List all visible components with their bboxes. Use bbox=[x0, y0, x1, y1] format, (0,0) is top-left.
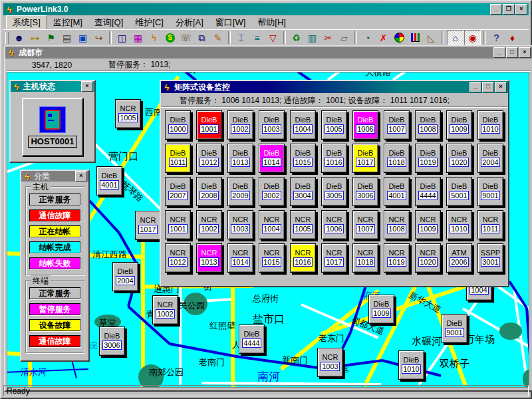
help-icon[interactable]: ? bbox=[489, 31, 504, 45]
funnel-icon[interactable]: ▽ bbox=[265, 31, 281, 45]
device-button-DieB-1003[interactable]: DieB1003 bbox=[259, 110, 285, 140]
cabinet-icon[interactable]: ▥ bbox=[305, 31, 320, 45]
building-icon[interactable]: ⌂ bbox=[447, 30, 464, 45]
device-button-DieB-1007[interactable]: DieB1007 bbox=[384, 110, 410, 140]
device-button-DieB-1009[interactable]: DieB1009 bbox=[368, 295, 394, 324]
ruler-icon[interactable]: ◺ bbox=[424, 31, 439, 45]
menu-query[interactable]: 查询[Q] bbox=[88, 16, 129, 29]
brush-icon[interactable]: ✎ bbox=[210, 31, 225, 45]
device-button-DieB-3006[interactable]: DieB3006 bbox=[99, 327, 125, 356]
device-button-DieB-1005[interactable]: DieB1005 bbox=[321, 110, 347, 140]
device-button-NCR-1009[interactable]: NCR1009 bbox=[415, 210, 441, 239]
device-button-DieB-1006[interactable]: DieB1006 bbox=[352, 110, 378, 140]
device-button-DieB-1001[interactable]: DieB1001 bbox=[196, 110, 222, 140]
device-button-DieB-1018[interactable]: DieB1018 bbox=[384, 144, 410, 173]
legend-panel-title-bar[interactable]: ϟ 分类 × bbox=[21, 171, 88, 182]
map-minimize-button[interactable]: _ bbox=[493, 47, 505, 58]
device-button-NCR-1011[interactable]: NCR1011 bbox=[477, 210, 503, 239]
device-button-DieB-3002[interactable]: DieB3002 bbox=[259, 177, 285, 206]
color-grid-icon[interactable]: ▦ bbox=[130, 31, 146, 45]
device-button-NCR-1002[interactable]: NCR1002 bbox=[196, 210, 222, 239]
device-button-DieB-2009[interactable]: DieB2009 bbox=[227, 177, 253, 206]
delete-x-icon[interactable]: ✗ bbox=[376, 31, 391, 45]
menu-help[interactable]: 帮助[H] bbox=[251, 16, 292, 29]
device-button-DieB-1011[interactable]: DieB1011 bbox=[165, 144, 191, 173]
restore-button[interactable]: ❐ bbox=[503, 4, 515, 15]
menu-system[interactable]: 系统[S] bbox=[6, 15, 47, 30]
device-button-NCR-1005[interactable]: NCR1005 bbox=[290, 210, 316, 239]
flag-icon[interactable]: ⚑ bbox=[43, 31, 59, 45]
device-button-ATM-2006[interactable]: ATM2006 bbox=[446, 243, 472, 273]
matrix-minimize-button[interactable]: _ bbox=[469, 82, 481, 92]
device-button-NCR-1006[interactable]: NCR1006 bbox=[321, 210, 347, 239]
device-button-DieB-1009[interactable]: DieB1009 bbox=[446, 110, 472, 140]
clock-icon[interactable]: ◔ bbox=[360, 31, 375, 45]
device-button-DieB-2008[interactable]: DieB2008 bbox=[196, 177, 222, 206]
device-button-NCR-1017[interactable]: NCR1017 bbox=[135, 211, 161, 240]
key-icon[interactable]: ⊶ bbox=[27, 31, 43, 45]
main-title-bar[interactable]: ϟ PowerLink3.0 _❐× bbox=[3, 3, 529, 15]
lightning-icon[interactable]: ϟ bbox=[146, 31, 162, 45]
device-button-DieB-2007[interactable]: DieB2007 bbox=[165, 177, 191, 206]
device-button-NCR-1019[interactable]: NCR1019 bbox=[384, 243, 410, 273]
map-close-button[interactable]: × bbox=[519, 47, 531, 58]
device-button-DieB-1002[interactable]: DieB1002 bbox=[227, 110, 253, 140]
close-button[interactable]: × bbox=[515, 4, 527, 15]
map-window-title-bar[interactable]: ϟ 成都市 _□× bbox=[5, 47, 532, 59]
device-button-NCR-1002[interactable]: NCR1002 bbox=[152, 295, 178, 325]
device-button-DieB-1012[interactable]: DieB1012 bbox=[196, 144, 222, 173]
toolbar-grip[interactable] bbox=[5, 32, 9, 44]
device-button-NCR-1020[interactable]: NCR1020 bbox=[415, 243, 441, 273]
matrix-close-button[interactable]: × bbox=[495, 82, 507, 92]
matrix-window-title-bar[interactable]: ϟ 矩阵式设备监控 _□× bbox=[161, 81, 508, 93]
device-button-NCR-1013[interactable]: NCR1013 bbox=[196, 243, 222, 273]
help-doc-icon[interactable]: ▣ bbox=[75, 31, 90, 45]
device-button-NCR-1003[interactable]: NCR1003 bbox=[317, 348, 343, 377]
device-button-DieB-2004[interactable]: DieB2004 bbox=[112, 262, 138, 291]
device-button-DieB-2004[interactable]: DieB2004 bbox=[477, 144, 503, 173]
device-button-NCR-1016[interactable]: NCR1016 bbox=[290, 243, 316, 273]
device-button-DieB-1010[interactable]: DieB1010 bbox=[477, 110, 503, 140]
pie-chart-icon[interactable] bbox=[392, 31, 407, 45]
menu-analyze[interactable]: 分析[A] bbox=[170, 16, 209, 29]
device-button-NCR-1004[interactable]: NCR1004 bbox=[259, 210, 285, 239]
menu-monitor[interactable]: 监控[M] bbox=[47, 16, 88, 29]
device-button-DieB-9001[interactable]: DieB9001 bbox=[477, 177, 503, 206]
exit-door-icon[interactable]: ↪ bbox=[91, 31, 106, 45]
device-button-NCR-1012[interactable]: NCR1012 bbox=[165, 243, 191, 273]
bar-chart-icon[interactable] bbox=[408, 31, 423, 45]
device-button-DieB-3006[interactable]: DieB3006 bbox=[352, 177, 378, 206]
user-tie-icon[interactable]: ♦ bbox=[505, 31, 520, 45]
legend-panel-close-button[interactable]: × bbox=[75, 171, 87, 182]
refresh-icon[interactable]: ♻ bbox=[289, 31, 304, 45]
printer-icon[interactable]: ▤ bbox=[59, 31, 74, 45]
device-button-DieB-1020[interactable]: DieB1020 bbox=[446, 144, 472, 173]
report-icon[interactable]: ≡ bbox=[249, 31, 265, 45]
ibeam-tool-icon[interactable]: ⌶ bbox=[233, 31, 249, 45]
scissors-icon[interactable]: ✂ bbox=[321, 31, 336, 45]
device-button-DieB-5001[interactable]: DieB5001 bbox=[446, 177, 472, 206]
money-bag-icon[interactable]: $ bbox=[162, 31, 178, 45]
device-button-NCR-1007[interactable]: NCR1007 bbox=[352, 210, 378, 239]
device-button-DieB-3005[interactable]: DieB3005 bbox=[321, 177, 347, 206]
device-button-DieB-1015[interactable]: DieB1015 bbox=[290, 144, 316, 173]
device-button-SSPP-3001[interactable]: SSPP3001 bbox=[477, 243, 503, 273]
device-button-DieB-4001[interactable]: DieB4001 bbox=[96, 166, 122, 196]
device-button-NCR-1015[interactable]: NCR1015 bbox=[259, 243, 285, 273]
device-button-NCR-1008[interactable]: NCR1008 bbox=[384, 210, 410, 239]
menu-window[interactable]: 窗口[W] bbox=[209, 16, 252, 29]
device-button-NCR-1001[interactable]: NCR1001 bbox=[165, 210, 191, 239]
cascade-windows-icon[interactable]: ⧉ bbox=[194, 31, 209, 45]
menu-maintain[interactable]: 维护[C] bbox=[129, 16, 170, 29]
device-button-NCR-1005[interactable]: NCR1005 bbox=[115, 99, 141, 128]
device-button-DieB-1000[interactable]: DieB1000 bbox=[165, 110, 191, 140]
device-button-NCR-1014[interactable]: NCR1014 bbox=[227, 243, 253, 273]
device-button-DieB-1017[interactable]: DieB1017 bbox=[352, 144, 378, 173]
device-button-DieB-4444[interactable]: DieB4444 bbox=[415, 177, 441, 206]
login-user-icon[interactable]: ☻ bbox=[11, 31, 27, 45]
map-window-icon[interactable]: ◫ bbox=[114, 31, 130, 45]
device-button-DieB-4001[interactable]: DieB4001 bbox=[384, 177, 410, 206]
minimize-button[interactable]: _ bbox=[490, 4, 502, 15]
host-panel-title-bar[interactable]: ϟ 主机状态 × bbox=[11, 81, 94, 92]
device-button-DieB-1016[interactable]: DieB1016 bbox=[321, 144, 347, 173]
